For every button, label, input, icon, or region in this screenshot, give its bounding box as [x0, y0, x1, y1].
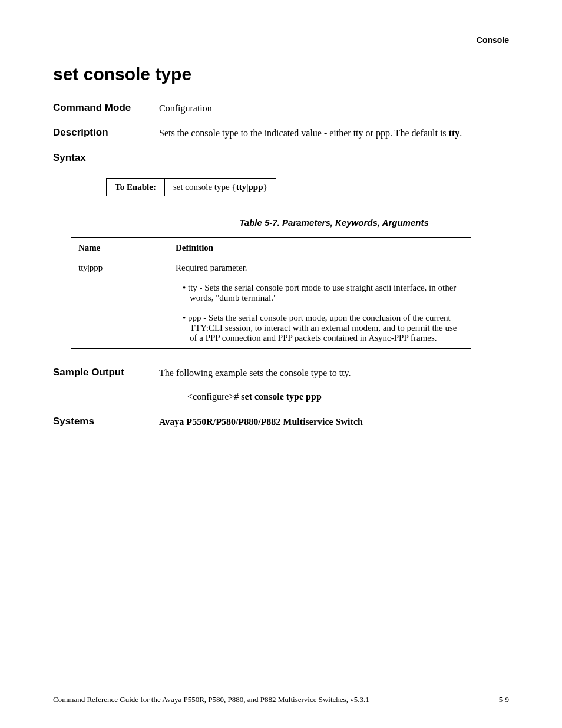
sample-output-content: The following example sets the console t… [159, 367, 509, 404]
description-row: Description Sets the console type to the… [53, 127, 509, 140]
param-head-name: Name [71, 238, 168, 258]
command-mode-value: Configuration [159, 102, 509, 115]
enable-bold: tty|ppp [236, 182, 263, 192]
enable-pre: set console type { [173, 182, 236, 192]
param-row-name: tty|ppp [71, 258, 168, 348]
description-label: Description [53, 127, 159, 140]
page-title: set console type [53, 64, 509, 84]
systems-value: Avaya P550R/P580/P880/P882 Multiservice … [159, 416, 509, 429]
enable-post: } [263, 182, 267, 192]
enable-label-cell: To Enable: [107, 178, 165, 196]
param-table: Name Definition tty|ppp Required paramet… [71, 237, 471, 349]
systems-label: Systems [53, 416, 159, 429]
sample-output-example: <configure># set console type ppp [187, 390, 509, 403]
example-bold: set console type ppp [241, 391, 321, 401]
footer-right: 5-9 [499, 695, 509, 704]
page-footer: Command Reference Guide for the Avaya P5… [53, 686, 509, 704]
header-rule [53, 50, 509, 50]
description-post: . [459, 128, 462, 138]
description-pre: Sets the console type to the indicated v… [159, 128, 449, 138]
header-section: Console [53, 35, 509, 45]
footer-left: Command Reference Guide for the Avaya P5… [53, 695, 369, 704]
param-row-def: Required parameter. • tty - Sets the ser… [168, 258, 471, 348]
enable-table: To Enable: set console type {tty|ppp} [106, 178, 276, 196]
sample-output-row: Sample Output The following example sets… [53, 367, 509, 404]
command-mode-row: Command Mode Configuration [53, 102, 509, 115]
table-caption: Table 5-7. Parameters, Keywords, Argumen… [159, 218, 509, 228]
sample-output-intro: The following example sets the console t… [159, 367, 509, 380]
description-text: Sets the console type to the indicated v… [159, 127, 509, 140]
param-bullet-1: • tty - Sets the serial console port mod… [168, 278, 471, 308]
param-bullet-2: • ppp - Sets the serial console port mod… [168, 308, 471, 348]
example-pre: <configure># [187, 391, 241, 401]
enable-value-cell: set console type {tty|ppp} [164, 178, 276, 196]
footer-rule [53, 691, 509, 691]
systems-row: Systems Avaya P550R/P580/P880/P882 Multi… [53, 416, 509, 429]
description-bold: tty [449, 128, 460, 138]
command-mode-label: Command Mode [53, 102, 159, 115]
sample-output-label: Sample Output [53, 367, 159, 404]
syntax-label: Syntax [53, 152, 509, 164]
param-head-def: Definition [168, 238, 471, 258]
param-required: Required parameter. [168, 258, 471, 278]
